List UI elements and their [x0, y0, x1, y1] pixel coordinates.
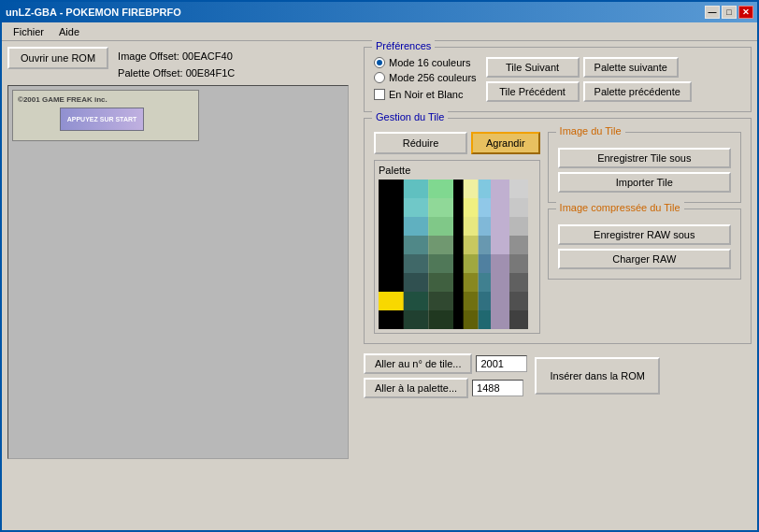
charger-raw-button[interactable]: Charger RAW: [558, 249, 731, 269]
preferences-group: Préférences Mode 16 couleurs Mode 256 co…: [364, 47, 752, 112]
palette-number-input[interactable]: [472, 380, 523, 396]
main-content: Ouvrir une ROM Image Offset: 00EACF40 Pa…: [2, 41, 757, 530]
mode256-radio[interactable]: [374, 72, 385, 83]
size-buttons: Réduire Agrandir: [374, 132, 540, 154]
palette-label: Palette: [379, 165, 536, 176]
tile-management-layout: Réduire Agrandir Palette: [374, 132, 741, 334]
close-button[interactable]: ✕: [738, 6, 753, 19]
radio-group: Mode 16 couleurs Mode 256 couleurs En No…: [374, 57, 477, 100]
compressed-title: Image compressée du Tile: [556, 202, 684, 213]
enregistrer-tile-button[interactable]: Enregistrer Tile sous: [558, 148, 731, 168]
enregistrer-raw-button[interactable]: Enregistrer RAW sous: [558, 224, 731, 245]
tile-suivant-button[interactable]: Tile Suivant: [486, 57, 580, 78]
image-tile-title: Image du Tile: [556, 125, 625, 137]
main-window: unLZ-GBA - POKEMON FIREBPRFO — □ ✕ Fichi…: [0, 0, 759, 532]
image-tile-group: Image du Tile Enregistrer Tile sous Impo…: [548, 132, 741, 203]
mode16-label: Mode 16 couleurs: [389, 57, 470, 68]
menu-aide[interactable]: Aide: [51, 24, 87, 39]
right-side-groups: Image du Tile Enregistrer Tile sous Impo…: [548, 132, 741, 334]
tile-nav-row: Aller au n° de tile...: [364, 353, 527, 374]
tile-management-group: Gestion du Tile Réduire Agrandir Palette: [364, 118, 752, 344]
palette-canvas: [379, 180, 528, 329]
preview-content: ©2001 GAME FREAK inc. APPUYEZ SUR START: [8, 86, 348, 458]
palette-section: Palette: [374, 160, 540, 334]
bw-checkbox[interactable]: [374, 89, 385, 100]
bw-label: En Noir et Blanc: [389, 89, 463, 100]
menubar: Fichier Aide: [2, 22, 757, 41]
image-offset: Image Offset: 00EACF40: [118, 49, 235, 65]
titlebar-buttons: — □ ✕: [705, 6, 753, 19]
mode16-radio[interactable]: [374, 57, 385, 68]
mode256-label: Mode 256 couleurs: [389, 72, 477, 83]
aller-tile-button[interactable]: Aller au n° de tile...: [364, 353, 472, 374]
preferences-title: Préférences: [372, 40, 435, 51]
compressed-group: Image compressée du Tile Enregistrer RAW…: [548, 208, 741, 280]
inserer-rom-button[interactable]: Insérer dans la ROM: [535, 357, 659, 395]
nav-buttons-right: Tile Suivant Palette suivante Tile Précé…: [486, 57, 692, 102]
importer-tile-button[interactable]: Importer Tile: [558, 172, 731, 193]
bottom-nav: Aller au n° de tile... Aller à la palett…: [364, 353, 752, 398]
minimize-button[interactable]: —: [705, 6, 720, 19]
image-preview: ©2001 GAME FREAK inc. APPUYEZ SUR START: [7, 85, 349, 459]
palette-precedente-button[interactable]: Palette précédente: [583, 81, 692, 102]
tile-number-input[interactable]: [476, 355, 527, 372]
offset-info: Image Offset: 00EACF40 Palette Offset: 0…: [118, 47, 235, 81]
aller-palette-button[interactable]: Aller à la palette...: [364, 378, 468, 398]
reduire-button[interactable]: Réduire: [374, 132, 467, 154]
window-title: unLZ-GBA - POKEMON FIREBPRFO: [6, 7, 181, 18]
tile-controls: Réduire Agrandir Palette: [374, 132, 540, 334]
agrandir-button[interactable]: Agrandir: [471, 132, 540, 154]
bw-row: En Noir et Blanc: [374, 89, 477, 100]
right-panel: Préférences Mode 16 couleurs Mode 256 co…: [364, 47, 752, 525]
open-rom-button[interactable]: Ouvrir une ROM: [7, 47, 108, 69]
mode16-row: Mode 16 couleurs: [374, 57, 477, 68]
mode256-row: Mode 256 couleurs: [374, 72, 477, 83]
titlebar: unLZ-GBA - POKEMON FIREBPRFO — □ ✕: [2, 2, 757, 22]
tile-management-title: Gestion du Tile: [372, 111, 448, 122]
top-bar: Ouvrir une ROM Image Offset: 00EACF40 Pa…: [7, 47, 358, 81]
left-panel: Ouvrir une ROM Image Offset: 00EACF40 Pa…: [7, 47, 358, 525]
tile-precedent-button[interactable]: Tile Précédent: [486, 81, 580, 102]
palette-nav-row: Aller à la palette...: [364, 378, 527, 398]
nav-left: Aller au n° de tile... Aller à la palett…: [364, 353, 527, 398]
palette-suivante-button[interactable]: Palette suivante: [583, 57, 679, 78]
maximize-button[interactable]: □: [722, 6, 737, 19]
menu-fichier[interactable]: Fichier: [6, 24, 51, 39]
palette-offset: Palette Offset: 00E84F1C: [118, 65, 235, 82]
prefs-layout: Mode 16 couleurs Mode 256 couleurs En No…: [374, 57, 741, 102]
